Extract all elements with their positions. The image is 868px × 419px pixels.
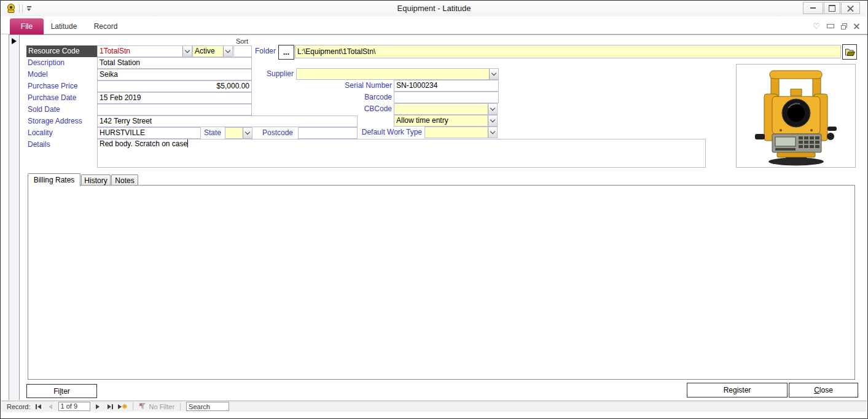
resource-code-field[interactable]: 1TotalStn — [97, 45, 192, 57]
description-field[interactable]: Total Station — [97, 57, 252, 69]
sort-field[interactable] — [233, 45, 252, 57]
open-folder-icon — [845, 48, 855, 57]
app-window: Equipment - Latitude File Latitude Recor… — [0, 0, 868, 419]
tab-billing-rates[interactable]: Billing Rates — [28, 173, 80, 186]
chevron-down-icon — [225, 48, 230, 53]
supplier-field[interactable] — [296, 68, 499, 80]
chevron-down-icon — [490, 129, 495, 134]
tab-latitude[interactable]: Latitude — [49, 21, 79, 32]
previous-record-button[interactable] — [46, 402, 55, 410]
chevron-down-icon — [490, 117, 495, 122]
filter-button[interactable]: Filter — [26, 384, 97, 398]
form-top-border — [9, 34, 867, 35]
barcode-field[interactable] — [394, 92, 499, 103]
first-record-button[interactable] — [34, 402, 43, 410]
divider — [180, 402, 181, 410]
window-minimize-icon[interactable] — [827, 24, 834, 28]
cbcode-field[interactable] — [394, 103, 498, 115]
next-record-button[interactable] — [93, 402, 103, 410]
window-restore-icon[interactable] — [841, 23, 847, 29]
dropdown-button[interactable] — [223, 46, 232, 57]
purchase-date-field[interactable]: 15 Feb 2019 — [97, 92, 252, 104]
last-record-button[interactable] — [106, 402, 115, 410]
model-field[interactable]: Seika — [97, 69, 252, 80]
equipment-image — [736, 64, 856, 168]
folder-browse-button[interactable]: ... — [278, 45, 294, 60]
maximize-button[interactable] — [824, 2, 840, 14]
new-record-star-icon — [122, 404, 127, 409]
text-cursor — [187, 139, 188, 147]
purchase-date-label: Purchase Date — [28, 92, 76, 104]
purchase-price-label: Purchase Price — [28, 80, 77, 92]
new-record-button[interactable] — [118, 402, 127, 410]
chevron-down-icon — [490, 106, 495, 111]
no-filter-icon — [139, 403, 146, 410]
serial-number-label: Serial Number — [295, 80, 392, 92]
chevron-down-icon — [185, 48, 190, 53]
tab-file[interactable]: File — [10, 18, 44, 34]
default-work-type-label: Default Work Type — [320, 127, 422, 138]
model-label: Model — [28, 69, 48, 80]
maximize-icon — [829, 5, 835, 12]
no-filter-button[interactable]: No Filter — [149, 403, 175, 410]
sold-date-label: Sold Date — [28, 104, 60, 116]
state-label: State — [204, 127, 221, 139]
record-position[interactable]: 1 of 9 — [58, 402, 90, 411]
title-bar: Equipment - Latitude — [1, 1, 867, 17]
description-label: Description — [28, 57, 65, 69]
serial-number-field[interactable]: SN-1000234 — [394, 80, 499, 92]
search-input[interactable] — [186, 402, 229, 411]
total-station-picture — [737, 65, 855, 167]
status-field[interactable]: Active — [192, 45, 233, 57]
chevron-down-icon — [245, 130, 250, 135]
state-field[interactable] — [225, 127, 252, 139]
postcode-label: Postcode — [262, 127, 293, 139]
cbcode-label: CBCode — [295, 103, 392, 115]
dropdown-button[interactable] — [489, 69, 498, 79]
dropdown-button[interactable] — [488, 104, 497, 114]
dropdown-button[interactable] — [488, 127, 497, 138]
minimize-icon — [810, 7, 816, 9]
tab-notes[interactable]: Notes — [111, 174, 138, 186]
supplier-label: Supplier — [246, 68, 294, 80]
folder-label: Folder — [255, 45, 276, 57]
locality-field[interactable]: HURSTVILLE — [97, 127, 201, 139]
time-entry-field[interactable]: Allow time entry — [394, 115, 498, 127]
billing-rates-tab-page — [28, 185, 855, 380]
window-close-icon[interactable] — [854, 23, 859, 29]
purchase-price-field[interactable]: $5,000.00 — [97, 80, 252, 92]
tab-record[interactable]: Record — [91, 21, 120, 32]
close-form-button[interactable]: Close — [789, 383, 858, 397]
dropdown-button[interactable] — [182, 46, 192, 57]
tab-history[interactable]: History — [81, 174, 111, 186]
storage-address-label: Storage Address — [28, 116, 82, 127]
folder-open-button[interactable] — [842, 44, 857, 60]
chevron-down-icon — [491, 71, 496, 76]
sold-date-field[interactable] — [97, 104, 252, 116]
ribbon: File Latitude Record ♡ — [1, 17, 867, 34]
close-button[interactable] — [841, 2, 860, 14]
details-label: Details — [28, 139, 50, 151]
record-label: Record: — [7, 403, 31, 410]
default-work-type-field[interactable] — [424, 127, 498, 138]
record-selector-bar[interactable] — [9, 35, 19, 400]
sort-label: Sort — [232, 37, 252, 45]
resource-code-label: Resource Code — [26, 45, 97, 57]
favorite-icon[interactable]: ♡ — [813, 22, 820, 31]
window-title: Equipment - Latitude — [1, 4, 867, 13]
current-record-arrow-icon — [12, 38, 17, 44]
details-field[interactable]: Red body. Scratch on case — [97, 139, 706, 168]
folder-path-field[interactable]: L:\Equipment\1TotalStn\ — [295, 45, 841, 58]
dropdown-button[interactable] — [488, 116, 497, 126]
close-icon — [847, 5, 854, 12]
dropdown-button[interactable] — [243, 128, 252, 138]
minimize-button[interactable] — [803, 2, 823, 14]
barcode-label: Barcode — [295, 92, 392, 103]
storage-address-field[interactable]: 142 Terry Street — [97, 116, 358, 127]
locality-label: Locality — [28, 127, 53, 139]
record-selector-border — [19, 34, 20, 400]
divider — [133, 402, 133, 410]
outer-record-navigation: Record: 1 of 9 No Filter — [1, 401, 867, 412]
register-button[interactable]: Register — [687, 383, 788, 397]
